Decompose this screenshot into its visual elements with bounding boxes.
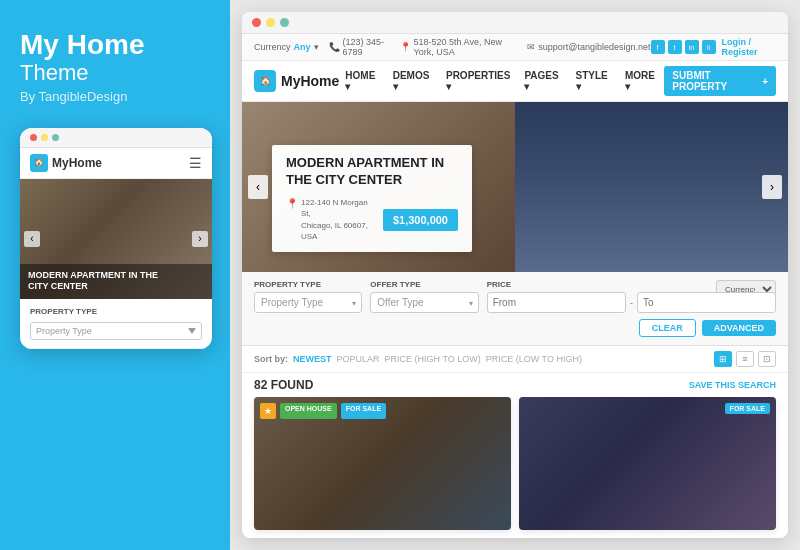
phone-dot-green bbox=[52, 134, 59, 141]
offer-type-wrap: Offer Type ▾ bbox=[370, 292, 478, 313]
utility-left: Currency Any ▾ 📞 (123) 345-6789 📍 518-52… bbox=[254, 37, 651, 57]
login-register-link[interactable]: Login / Register bbox=[722, 37, 777, 57]
sort-newest[interactable]: NEWEST bbox=[293, 354, 332, 364]
price-col: PRICE Currency - bbox=[487, 280, 776, 313]
phone-logo-text: MyHome bbox=[52, 156, 102, 170]
phone-number: (123) 345-6789 bbox=[343, 37, 390, 57]
sort-section: Sort by: NEWEST POPULAR PRICE (HIGH TO L… bbox=[254, 354, 582, 364]
nav-logo-icon: 🏠 bbox=[254, 70, 276, 92]
submit-plus-icon: + bbox=[762, 76, 768, 87]
hero-address: 📍 122-140 N Morgan St, Chicago, IL 60607… bbox=[286, 197, 375, 242]
phone-hero: ‹ › MODERN APARTMENT IN THECITY CENTER bbox=[20, 179, 212, 299]
phone-hamburger-icon[interactable]: ☰ bbox=[189, 155, 202, 171]
linkedin-icon[interactable]: li bbox=[702, 40, 716, 54]
submit-property-label: SUBMIT PROPERTY bbox=[672, 70, 759, 92]
nav-link-home[interactable]: HOME ▾ bbox=[339, 67, 384, 95]
nav-link-properties[interactable]: PROPERTIES ▾ bbox=[440, 67, 516, 95]
found-count: 82 FOUND bbox=[254, 378, 313, 392]
phone-search-label: PROPERTY TYPE bbox=[30, 307, 202, 316]
desktop-mockup: Currency Any ▾ 📞 (123) 345-6789 📍 518-52… bbox=[242, 12, 788, 538]
property-type-select[interactable]: Property Type bbox=[254, 292, 362, 313]
search-row-1: PROPERTY TYPE Property Type ▾ OFFER TYPE… bbox=[254, 280, 776, 313]
nav-links: HOME ▾ DEMOS ▾ PROPERTIES ▾ PAGES ▾ STYL… bbox=[339, 67, 664, 95]
view-map-btn[interactable]: ⊡ bbox=[758, 351, 776, 367]
nav-link-more[interactable]: MORE ▾ bbox=[619, 67, 664, 95]
view-grid-btn[interactable]: ⊞ bbox=[714, 351, 732, 367]
phone-dot-red bbox=[30, 134, 37, 141]
offer-type-col: OFFER TYPE Offer Type ▾ bbox=[370, 280, 478, 313]
utility-currency: Currency Any ▾ bbox=[254, 42, 319, 52]
address-lines: 122-140 N Morgan St, Chicago, IL 60607, … bbox=[301, 197, 375, 242]
price-to-input[interactable] bbox=[637, 292, 776, 313]
clear-button[interactable]: CLEAR bbox=[639, 319, 696, 337]
sort-price-high[interactable]: PRICE (HIGH TO LOW) bbox=[385, 354, 481, 364]
address-line1: 122-140 N Morgan St, bbox=[301, 197, 375, 219]
desktop-search-bar: PROPERTY TYPE Property Type ▾ OFFER TYPE… bbox=[242, 272, 788, 346]
save-this-search[interactable]: SAVE THIS SEARCH bbox=[689, 380, 776, 390]
hero-card-bottom: 📍 122-140 N Morgan St, Chicago, IL 60607… bbox=[286, 197, 458, 242]
address-line2: Chicago, IL 60607, USA bbox=[301, 220, 375, 242]
phone-arrow-right[interactable]: › bbox=[192, 231, 208, 247]
offer-type-select[interactable]: Offer Type bbox=[370, 292, 478, 313]
utility-right: f t in li Login / Register bbox=[651, 37, 777, 57]
phone-logo-icon: 🏠 bbox=[30, 154, 48, 172]
phone-nav: 🏠 MyHome ☰ bbox=[20, 148, 212, 179]
price-range-row: - bbox=[487, 292, 716, 313]
nav-link-style[interactable]: STYLE ▾ bbox=[570, 67, 617, 95]
for-sale-badge-2: FOR SALE bbox=[725, 403, 770, 414]
address-text: 518-520 5th Ave, New York, USA bbox=[414, 37, 518, 57]
email-text: support@tangibledesign.net bbox=[538, 42, 650, 52]
pin-icon: 📍 bbox=[286, 197, 298, 242]
sort-popular[interactable]: POPULAR bbox=[337, 354, 380, 364]
price-label: PRICE Currency bbox=[487, 280, 776, 289]
view-list-btn[interactable]: ≡ bbox=[736, 351, 754, 367]
submit-property-button[interactable]: SUBMIT PROPERTY + bbox=[664, 66, 776, 96]
phone-arrow-left[interactable]: ‹ bbox=[24, 231, 40, 247]
facebook-icon[interactable]: f bbox=[651, 40, 665, 54]
property-type-col: PROPERTY TYPE Property Type ▾ bbox=[254, 280, 362, 313]
desktop-topbar bbox=[242, 12, 788, 34]
desktop-dot-red bbox=[252, 18, 261, 27]
utility-address: 📍 518-520 5th Ave, New York, USA bbox=[400, 37, 518, 57]
desktop-dot-yellow bbox=[266, 18, 275, 27]
property-card-2-image bbox=[519, 397, 776, 530]
property-type-label: PROPERTY TYPE bbox=[254, 280, 362, 289]
phone-mockup: 🏠 MyHome ☰ ‹ › MODERN APARTMENT IN THECI… bbox=[20, 128, 212, 349]
property-card-1[interactable]: ★ OPEN HOUSE FOR SALE bbox=[254, 397, 511, 530]
advanced-button[interactable]: ADVANCED bbox=[702, 320, 776, 336]
hero-arrow-right[interactable]: › bbox=[762, 175, 782, 199]
utility-phone: 📞 (123) 345-6789 bbox=[329, 37, 390, 57]
hero-price: $1,300,000 bbox=[383, 209, 458, 231]
price-from-input[interactable] bbox=[487, 292, 626, 313]
phone-hero-title: MODERN APARTMENT IN THECITY CENTER bbox=[28, 270, 204, 293]
sort-by-label: Sort by: bbox=[254, 354, 288, 364]
price-dash: - bbox=[630, 297, 633, 308]
nav-logo-text: MyHome bbox=[281, 73, 339, 89]
desktop-hero: ‹ › MODERN APARTMENT IN THE CITY CENTER … bbox=[242, 102, 788, 272]
view-section: ⊞ ≡ ⊡ bbox=[714, 351, 776, 367]
phone-property-type-select[interactable]: Property Type bbox=[30, 322, 202, 340]
sort-price-low[interactable]: PRICE (LOW TO HIGH) bbox=[486, 354, 582, 364]
app-title: My Home bbox=[20, 30, 210, 61]
phone-search: PROPERTY TYPE Property Type bbox=[20, 299, 212, 349]
hero-property-card: MODERN APARTMENT IN THE CITY CENTER 📍 12… bbox=[272, 145, 472, 252]
nav-link-pages[interactable]: PAGES ▾ bbox=[518, 67, 567, 95]
hero-arrow-left[interactable]: ‹ bbox=[248, 175, 268, 199]
by-line: By TangibleDesign bbox=[20, 89, 210, 104]
property-card-2[interactable]: FOR SALE bbox=[519, 397, 776, 530]
instagram-icon[interactable]: in bbox=[685, 40, 699, 54]
twitter-icon[interactable]: t bbox=[668, 40, 682, 54]
nav-link-demos[interactable]: DEMOS ▾ bbox=[387, 67, 438, 95]
found-row: 82 FOUND SAVE THIS SEARCH bbox=[242, 373, 788, 397]
phone-nav-logo: 🏠 MyHome bbox=[30, 154, 102, 172]
nav-logo: 🏠 MyHome bbox=[254, 70, 339, 92]
hero-property-title: MODERN APARTMENT IN THE CITY CENTER bbox=[286, 155, 458, 189]
left-panel: My Home Theme By TangibleDesign 🏠 MyHome… bbox=[0, 0, 230, 550]
right-panel: Currency Any ▾ 📞 (123) 345-6789 📍 518-52… bbox=[230, 0, 800, 550]
open-house-badge: OPEN HOUSE bbox=[280, 403, 337, 419]
app-subtitle: Theme bbox=[20, 61, 210, 85]
phone-hero-overlay: MODERN APARTMENT IN THECITY CENTER bbox=[20, 264, 212, 299]
desktop-utility-bar: Currency Any ▾ 📞 (123) 345-6789 📍 518-52… bbox=[242, 34, 788, 61]
phone-dot-yellow bbox=[41, 134, 48, 141]
cards-row: ★ OPEN HOUSE FOR SALE FOR SALE bbox=[242, 397, 788, 538]
